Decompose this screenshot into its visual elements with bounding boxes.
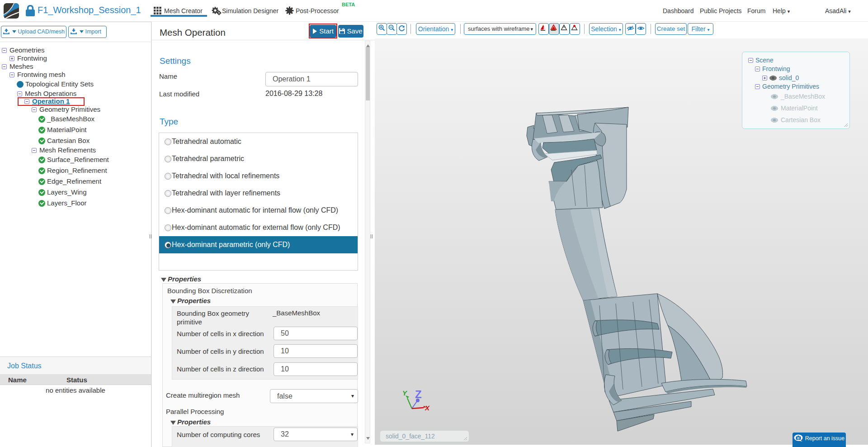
svg-text:Z: Z	[415, 388, 422, 400]
svg-text:Y: Y	[402, 389, 408, 397]
svg-text:X: X	[425, 404, 430, 412]
